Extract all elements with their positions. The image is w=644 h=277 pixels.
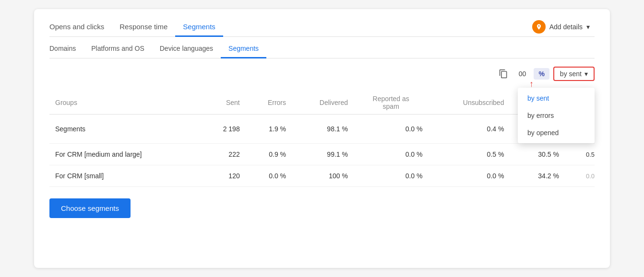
choose-segments-button[interactable]: Choose segments — [49, 198, 131, 218]
copy-button[interactable] — [496, 66, 511, 81]
cell-spam-3: 0.0 % — [354, 165, 429, 187]
chevron-down-icon: ▾ — [584, 70, 588, 78]
cell-bar-3: 0.0 — [565, 165, 595, 187]
bar-value-2: 0.5 — [586, 151, 595, 158]
main-card: Opens and clicks Response time Segments … — [34, 9, 610, 268]
col-unsubscribed: Unsubscribed — [428, 91, 510, 115]
by-sent-button[interactable]: by sent ▾ — [553, 67, 595, 81]
by-sent-label: by sent — [560, 70, 582, 78]
add-details-icon — [532, 20, 546, 34]
dropdown-arrow: ↑ — [529, 79, 534, 89]
cell-delivered-2: 99.1 % — [292, 144, 354, 165]
add-details-label: Add details — [549, 23, 583, 31]
cell-unsubscribed-1: 0.4 % — [428, 115, 510, 144]
toolbar: 00 % by sent ▾ ↑ by sent by errors by op… — [49, 66, 595, 81]
bar-value-3: 0.0 — [586, 173, 595, 180]
cell-unsubscribed-2: 0.5 % — [428, 144, 510, 165]
table-row: For CRM [medium and large] 222 0.9 % 99.… — [49, 144, 595, 165]
cell-delivered-3: 100 % — [292, 165, 354, 187]
sub-tabs-container: Domains Platforms and OS Device language… — [49, 37, 595, 58]
col-groups: Groups — [49, 91, 202, 115]
col-spam: Reported asspam — [354, 91, 429, 115]
toolbar-count: 00 — [515, 68, 530, 80]
cell-spam-1: 0.0 % — [354, 115, 429, 144]
cell-errors-1: 1.9 % — [246, 115, 292, 144]
add-details-button[interactable]: Add details ▾ — [527, 17, 595, 36]
table-row: Segments 2 198 1.9 % 98.1 % 0.0 % 0.4 % … — [49, 115, 595, 144]
tab-segments-top[interactable]: Segments — [175, 17, 223, 36]
cell-group-1: Segments — [49, 115, 202, 144]
percent-button[interactable]: % — [534, 68, 549, 80]
cell-group-3: For CRM [small] — [49, 165, 202, 187]
top-tabs-container: Opens and clicks Response time Segments … — [49, 9, 595, 37]
col-sent: Sent — [202, 91, 246, 115]
tab-domains[interactable]: Domains — [49, 39, 83, 58]
tab-opens-and-clicks[interactable]: Opens and clicks — [49, 17, 112, 36]
dropdown-item-by-opened[interactable]: by opened — [518, 124, 595, 141]
cell-bar-2: 0.5 — [565, 144, 595, 165]
tab-response-time[interactable]: Response time — [112, 17, 175, 36]
cell-sent-1: 2 198 — [202, 115, 246, 144]
cell-opened-3: 34.2 % — [510, 165, 564, 187]
cell-group-2: For CRM [medium and large] — [49, 144, 202, 165]
tab-device-languages[interactable]: Device languages — [152, 39, 221, 58]
cell-errors-3: 0.0 % — [246, 165, 292, 187]
add-details-chevron: ▾ — [586, 23, 590, 31]
cell-spam-2: 0.0 % — [354, 144, 429, 165]
dropdown-item-by-errors[interactable]: by errors — [518, 107, 595, 124]
dropdown-item-by-sent[interactable]: by sent — [518, 90, 595, 107]
cell-opened-2: 30.5 % — [510, 144, 564, 165]
cell-unsubscribed-3: 0.0 % — [428, 165, 510, 187]
sort-dropdown-menu: ↑ by sent by errors by opened — [518, 88, 595, 143]
cell-delivered-1: 98.1 % — [292, 115, 354, 144]
cell-sent-2: 222 — [202, 144, 246, 165]
cell-errors-2: 0.9 % — [246, 144, 292, 165]
cell-sent-3: 120 — [202, 165, 246, 187]
tab-platforms-os[interactable]: Platforms and OS — [83, 39, 152, 58]
col-delivered: Delivered — [292, 91, 354, 115]
col-errors: Errors — [246, 91, 292, 115]
tab-segments-sub[interactable]: Segments — [221, 39, 266, 58]
data-table: Groups Sent Errors Delivered Reported as… — [49, 91, 595, 187]
table-row: For CRM [small] 120 0.0 % 100 % 0.0 % 0.… — [49, 165, 595, 187]
by-sent-dropdown-container: by sent ▾ ↑ by sent by errors by opened — [553, 67, 595, 81]
